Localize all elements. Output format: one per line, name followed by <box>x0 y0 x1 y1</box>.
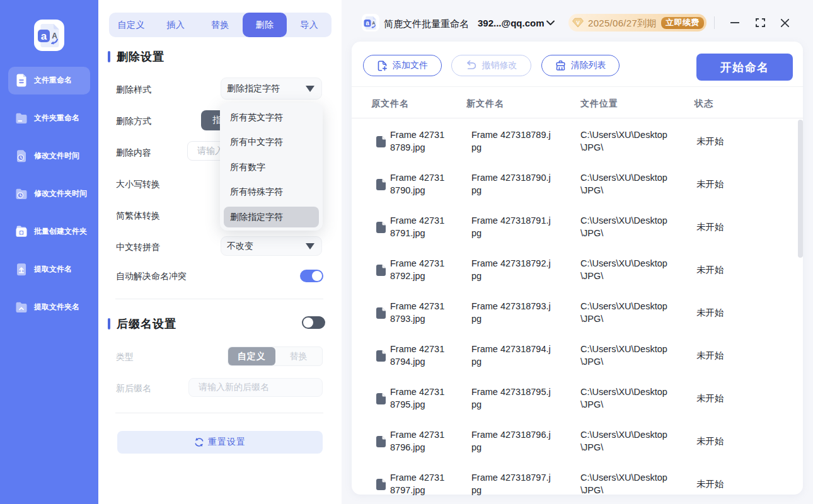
svg-text:V: V <box>576 20 580 26</box>
svg-text:A: A <box>372 21 375 25</box>
svg-text:A: A <box>52 32 57 40</box>
svg-text:a: a <box>41 30 47 42</box>
svg-text:a: a <box>366 20 369 26</box>
